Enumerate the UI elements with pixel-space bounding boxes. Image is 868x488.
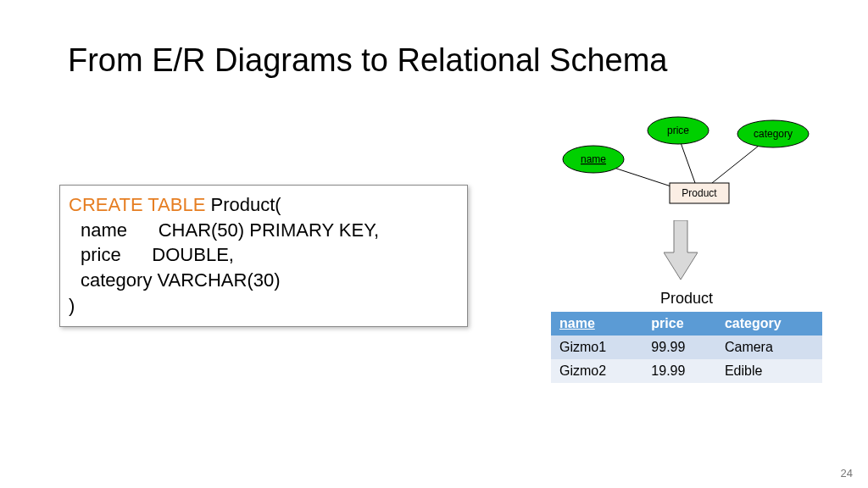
table-caption: Product (551, 290, 822, 308)
sql-line-close: ) (69, 293, 459, 319)
col-header-price: price (643, 312, 716, 336)
sql-keyword: CREATE TABLE (69, 194, 205, 215)
table-header-row: name price category (551, 312, 822, 336)
svg-marker-7 (664, 220, 698, 280)
er-diagram: name price category Product (542, 110, 831, 212)
sql-line-category: category VARCHAR(30) (69, 268, 459, 293)
product-table: name price category Gizmo1 99.99 Camera … (551, 312, 822, 383)
page-number: 24 (841, 467, 853, 480)
down-arrow-icon (664, 220, 698, 280)
sql-code-box: CREATE TABLE Product( name CHAR(50) PRIM… (59, 185, 468, 327)
table-row: Gizmo1 99.99 Camera (551, 336, 822, 359)
er-attr-name: name (581, 153, 606, 165)
table-row: Gizmo2 19.99 Edible (551, 359, 822, 383)
er-attr-category: category (754, 128, 793, 140)
col-header-name: name (551, 312, 643, 336)
col-header-category: category (716, 312, 822, 336)
er-entity: Product (682, 187, 717, 199)
sql-line-1: CREATE TABLE Product( (69, 192, 459, 218)
sql-line-price: price DOUBLE, (69, 242, 459, 268)
sql-line-name: name CHAR(50) PRIMARY KEY, (69, 218, 459, 243)
er-attr-price: price (667, 125, 689, 136)
slide-title: From E/R Diagrams to Relational Schema (68, 42, 667, 79)
